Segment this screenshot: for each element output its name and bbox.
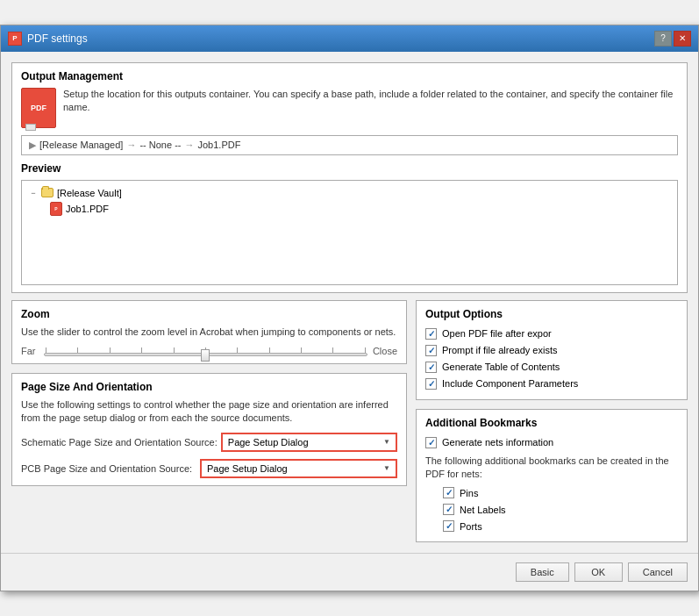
output-options-label: Output Options — [425, 308, 678, 320]
checkbox-prompt-exists-label: Prompt if file already exists — [442, 345, 557, 355]
schematic-row: Schematic Page Size and Orientation Sour… — [21, 433, 397, 452]
sub-checkbox-row-pins: Pins — [425, 484, 678, 501]
checkbox-row-generate-toc: Generate Table of Contents — [425, 359, 678, 376]
pcb-source-label: PCB Page Size and Orientation Source: — [21, 463, 196, 474]
additional-bookmarks-section: Additional Bookmarks Generate nets infor… — [416, 409, 688, 543]
slider-container: Far — [21, 346, 397, 356]
zoom-section: Zoom Use the slider to control the zoom … — [11, 300, 407, 364]
pdf-settings-dialog: P PDF settings ? ✕ Output Management PDF… — [0, 25, 699, 592]
page-size-description: Use the following settings to control wh… — [21, 398, 397, 426]
checkbox-row-open-pdf: Open PDF file after expor — [425, 326, 678, 342]
slider-track-area — [44, 346, 367, 356]
checkbox-generate-toc-label: Generate Table of Contents — [442, 362, 560, 372]
breadcrumb-arrow-left: ▶ — [29, 140, 36, 151]
output-mgmt-header: PDF Setup the location for this outputs … — [21, 88, 678, 128]
schematic-dropdown-arrow: ▼ — [383, 438, 390, 446]
tree-root-label: [Release Vault] — [57, 188, 122, 198]
page-size-label: Page Size And Orientation — [21, 381, 397, 393]
slider-close-label: Close — [373, 346, 397, 356]
help-button[interactable]: ? — [654, 31, 672, 47]
folder-icon — [41, 188, 53, 197]
zoom-label: Zoom — [21, 308, 397, 320]
checkbox-pins-label: Pins — [460, 488, 478, 498]
checkbox-pins[interactable] — [443, 487, 454, 498]
pcb-source-value: Page Setup Dialog — [207, 463, 288, 474]
output-management-label: Output Management — [21, 70, 678, 82]
preview-box: − [Release Vault] P Job1.PDF — [21, 180, 678, 285]
breadcrumb-part1: [Release Managed] — [39, 140, 123, 150]
output-description: Setup the location for this outputs cont… — [63, 88, 678, 115]
basic-button[interactable]: Basic — [516, 562, 569, 582]
for-nets-text: The following additional bookmarks can b… — [425, 455, 678, 482]
checkbox-ports-label: Ports — [460, 521, 482, 532]
left-panel: Zoom Use the slider to control the zoom … — [11, 300, 407, 543]
schematic-source-value: Page Setup Dialog — [228, 437, 309, 448]
pcb-row: PCB Page Size and Orientation Source: Pa… — [21, 459, 397, 478]
pcb-source-dropdown[interactable]: Page Setup Dialog ▼ — [200, 459, 397, 478]
dialog-icon: P — [8, 32, 22, 46]
slider-far-label: Far — [21, 346, 39, 356]
ok-button[interactable]: OK — [574, 562, 623, 582]
close-button[interactable]: ✕ — [674, 31, 691, 47]
breadcrumb-arrow1: → — [126, 140, 136, 150]
title-bar: P PDF settings ? ✕ — [1, 25, 698, 52]
slider-track[interactable] — [44, 353, 367, 356]
checkbox-generate-toc[interactable] — [425, 362, 437, 373]
preview-area: Preview − [Release Vault] P Job1.PDF — [21, 162, 678, 285]
checkbox-net-labels[interactable] — [443, 504, 454, 515]
pdf-large-icon: PDF — [21, 88, 56, 128]
sub-checkbox-row-ports: Ports — [425, 518, 678, 534]
checkbox-open-pdf[interactable] — [425, 328, 437, 340]
pcb-dropdown-arrow: ▼ — [383, 464, 390, 472]
additional-bookmarks-label: Additional Bookmarks — [425, 417, 678, 429]
pdf-file-icon: P — [50, 202, 62, 216]
tree-root-item[interactable]: − [Release Vault] — [29, 186, 670, 200]
breadcrumb-part2: -- None -- — [139, 140, 181, 150]
breadcrumb-part3: Job1.PDF — [197, 140, 240, 150]
schematic-source-dropdown[interactable]: Page Setup Dialog ▼ — [221, 433, 397, 452]
title-bar-left: P PDF settings — [8, 32, 88, 46]
dialog-content: Output Management PDF Setup the location… — [1, 52, 698, 554]
main-layout: Zoom Use the slider to control the zoom … — [11, 300, 688, 543]
breadcrumb: ▶ [Release Managed] → -- None -- → Job1.… — [21, 135, 678, 155]
right-panel: Output Options Open PDF file after expor… — [416, 300, 688, 543]
dialog-title: PDF settings — [27, 32, 88, 45]
schematic-source-label: Schematic Page Size and Orientation Sour… — [21, 437, 218, 448]
breadcrumb-arrow2: → — [184, 140, 194, 150]
output-options-section: Output Options Open PDF file after expor… — [416, 300, 688, 400]
checkbox-net-labels-label: Net Labels — [460, 505, 506, 515]
tree-expand-icon: − — [29, 189, 38, 197]
checkbox-include-params-label: Include Component Parameters — [442, 378, 578, 389]
slider-thumb[interactable] — [201, 349, 210, 362]
checkbox-generate-nets-label: Generate nets information — [442, 437, 553, 448]
sub-checkbox-row-net-labels: Net Labels — [425, 501, 678, 518]
checkbox-row-prompt-exists: Prompt if file already exists — [425, 342, 678, 359]
footer: Basic OK Cancel — [1, 553, 698, 591]
tree-child-label: Job1.PDF — [66, 204, 109, 214]
preview-label: Preview — [21, 162, 678, 175]
checkbox-prompt-exists[interactable] — [425, 345, 437, 356]
zoom-description: Use the slider to control the zoom level… — [21, 326, 397, 339]
checkbox-row-generate-nets: Generate nets information — [425, 434, 678, 451]
cancel-button[interactable]: Cancel — [628, 562, 688, 582]
checkbox-open-pdf-label: Open PDF file after expor — [442, 328, 552, 339]
output-management-section: Output Management PDF Setup the location… — [11, 62, 688, 293]
checkbox-generate-nets[interactable] — [425, 437, 437, 448]
checkbox-include-params[interactable] — [425, 378, 437, 390]
page-size-section: Page Size And Orientation Use the follow… — [11, 373, 407, 486]
tree-child-item[interactable]: P Job1.PDF — [29, 200, 670, 218]
title-bar-buttons: ? ✕ — [654, 31, 691, 47]
checkbox-row-include-params: Include Component Parameters — [425, 376, 678, 392]
checkbox-ports[interactable] — [443, 520, 454, 532]
